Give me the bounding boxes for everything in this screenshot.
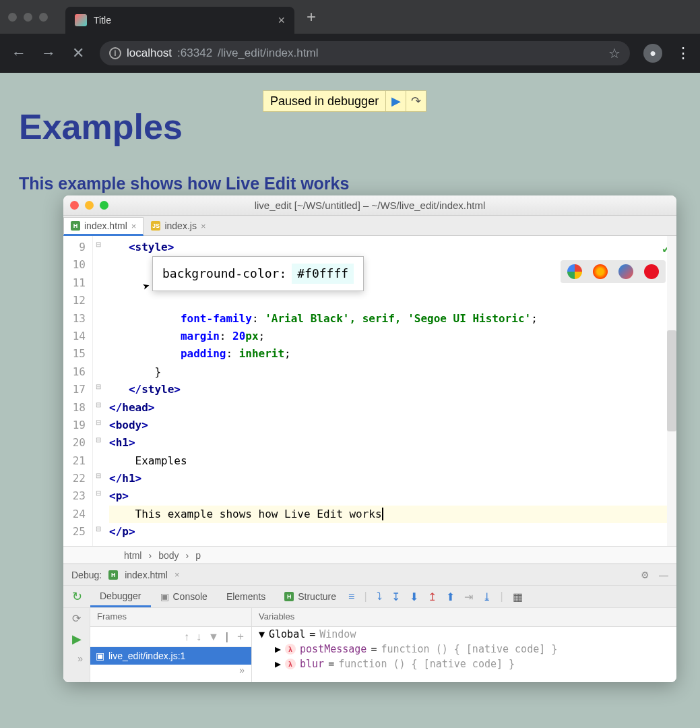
evaluate-icon[interactable]: ⤓ bbox=[482, 590, 491, 603]
variables-panel: Variables ▼ Global = Window ▶ λ postMess… bbox=[252, 608, 676, 682]
next-frame-icon[interactable]: ↓ bbox=[196, 631, 201, 643]
editor-scrollbar-thumb[interactable] bbox=[667, 330, 676, 431]
safari-icon[interactable] bbox=[618, 264, 633, 279]
drop-frame-icon[interactable]: ⬆ bbox=[446, 590, 455, 603]
tab-debugger[interactable]: Debugger bbox=[90, 586, 151, 607]
debug-tool-window-header: Debug: H index.html × ⚙ — bbox=[63, 564, 676, 585]
frame-file-icon: ▣ bbox=[96, 650, 104, 661]
restart-icon[interactable]: ⟳ bbox=[72, 612, 81, 625]
calculator-icon[interactable]: ▦ bbox=[513, 590, 523, 603]
open-in-browser-popup bbox=[561, 260, 666, 283]
frame-row[interactable]: ▣ live_edit/index.js:1 bbox=[90, 647, 251, 665]
url-host: localhost bbox=[127, 47, 172, 60]
stop-button[interactable]: ✕ bbox=[70, 44, 86, 62]
frames-panel: Frames ↑ ↓ ▼ | ＋ ▣ live_edit/index.js:1 … bbox=[90, 608, 252, 682]
run-to-cursor-icon[interactable]: ⇥ bbox=[464, 590, 473, 603]
debug-body: ⟳ ▶ » Frames ↑ ↓ ▼ | ＋ ▣ live_edit/index… bbox=[63, 608, 676, 682]
browser-menu-icon[interactable]: ⋮ bbox=[676, 44, 689, 62]
tooltip-label: background-color: bbox=[162, 265, 286, 282]
force-step-into-icon[interactable]: ⬇ bbox=[410, 590, 418, 603]
close-icon[interactable]: × bbox=[174, 570, 180, 580]
tab-structure[interactable]: HStructure bbox=[275, 586, 346, 607]
fold-gutter[interactable]: ⊟⊟⊟⊟⊟⊟⊟⊟ bbox=[93, 236, 104, 546]
debug-sidebar: ⟳ ▶ » bbox=[63, 608, 90, 682]
editor-area[interactable]: 9 10 11 12 13 14 15 16 17 18 19 20 21 22… bbox=[63, 236, 676, 546]
add-icon[interactable]: ＋ bbox=[235, 630, 246, 644]
editor-scrollbar-track[interactable] bbox=[667, 236, 676, 546]
variable-row[interactable]: ▶ λ postMessage = function () { [native … bbox=[252, 642, 676, 657]
site-info-icon[interactable]: i bbox=[109, 47, 121, 59]
window-max-dot[interactable] bbox=[39, 13, 48, 22]
step-out-icon[interactable]: ↥ bbox=[428, 590, 437, 603]
html-file-icon: H bbox=[284, 592, 294, 601]
back-button[interactable]: ← bbox=[11, 44, 27, 62]
bookmark-icon[interactable]: ☆ bbox=[608, 45, 621, 61]
ide-title: live_edit [~/WS/untitled] – ~/WS/live_ed… bbox=[63, 200, 676, 211]
step-icon[interactable]: ↷ bbox=[406, 91, 426, 111]
browser-tab[interactable]: Title × bbox=[65, 7, 294, 34]
js-file-icon: JS bbox=[151, 221, 160, 231]
editor-tab-index-html[interactable]: H index.html × bbox=[63, 217, 144, 236]
variables-header: Variables bbox=[252, 608, 676, 627]
step-into-icon[interactable]: ↧ bbox=[391, 590, 400, 603]
new-tab-button[interactable]: + bbox=[307, 7, 316, 26]
tab-favicon-icon bbox=[75, 14, 87, 26]
window-min-dot[interactable] bbox=[24, 13, 32, 22]
frames-toolbar: ↑ ↓ ▼ | ＋ bbox=[90, 627, 251, 647]
minimize-icon[interactable]: — bbox=[659, 570, 668, 580]
prev-frame-icon[interactable]: ↑ bbox=[184, 631, 189, 643]
chrome-icon[interactable] bbox=[567, 264, 582, 279]
rerun-icon[interactable]: ↻ bbox=[63, 589, 90, 604]
code-editor[interactable]: ✔ ➤ background-color: #f0ffff <style> re… bbox=[104, 236, 676, 546]
editor-tab-index-js[interactable]: JS index.js × bbox=[144, 216, 213, 235]
window-controls bbox=[8, 13, 48, 22]
lambda-icon: λ bbox=[285, 659, 296, 669]
breadcrumbs[interactable]: html › body › p bbox=[63, 546, 676, 564]
frames-header: Frames bbox=[90, 608, 251, 627]
lambda-icon: λ bbox=[285, 644, 296, 655]
page-heading: Examples bbox=[19, 107, 681, 147]
close-icon[interactable]: × bbox=[201, 221, 206, 231]
tab-console[interactable]: ▣Console bbox=[151, 586, 217, 607]
debugger-paused-overlay: Paused in debugger ▶ ↷ bbox=[263, 90, 426, 112]
filter-icon[interactable]: ▼ bbox=[208, 631, 219, 643]
debug-tabs: ↻ Debugger ▣Console Elements HStructure … bbox=[63, 585, 676, 608]
line-number-gutter: 9 10 11 12 13 14 15 16 17 18 19 20 21 22… bbox=[63, 236, 93, 546]
url-path: /live_edit/index.html bbox=[218, 47, 318, 60]
address-bar: ← → ✕ i localhost:63342/live_edit/index.… bbox=[0, 34, 700, 73]
firefox-icon[interactable] bbox=[593, 264, 608, 279]
ide-titlebar[interactable]: live_edit [~/WS/untitled] – ~/WS/live_ed… bbox=[63, 195, 676, 216]
close-icon[interactable]: × bbox=[131, 221, 137, 231]
url-port: :63342 bbox=[177, 47, 212, 60]
html-file-icon: H bbox=[71, 221, 80, 231]
editor-tab-label: index.js bbox=[164, 220, 196, 231]
tab-title: Title bbox=[94, 15, 111, 26]
editor-tabs: H index.html × JS index.js × bbox=[63, 216, 676, 236]
debug-config[interactable]: index.html bbox=[125, 570, 168, 580]
more-icon[interactable]: » bbox=[232, 665, 251, 675]
tab-close-icon[interactable]: × bbox=[278, 13, 285, 28]
resume-program-icon[interactable]: ▶ bbox=[72, 632, 82, 646]
tab-elements[interactable]: Elements bbox=[217, 586, 275, 607]
gear-icon[interactable]: ⚙ bbox=[641, 570, 649, 580]
resume-icon[interactable]: ▶ bbox=[385, 91, 406, 111]
opera-icon[interactable] bbox=[644, 264, 659, 279]
url-input[interactable]: i localhost:63342/live_edit/index.html ☆ bbox=[100, 41, 630, 65]
debug-label: Debug: bbox=[71, 570, 102, 580]
window-close-dot[interactable] bbox=[8, 13, 17, 22]
breadcrumb-item[interactable]: p bbox=[195, 550, 201, 561]
page-subheading: This example shows how Live Edit works bbox=[19, 174, 681, 193]
breadcrumb-item[interactable]: body bbox=[158, 550, 179, 561]
breadcrumb-item[interactable]: html bbox=[124, 550, 141, 561]
more-icon[interactable]: » bbox=[71, 653, 90, 664]
color-tooltip: background-color: #f0ffff bbox=[152, 256, 364, 291]
profile-avatar[interactable]: ● bbox=[643, 44, 662, 63]
step-over-icon[interactable]: ⤵ bbox=[377, 590, 382, 603]
forward-button[interactable]: → bbox=[40, 44, 57, 62]
variable-row[interactable]: ▼ Global = Window bbox=[252, 627, 676, 642]
editor-tab-label: index.html bbox=[84, 220, 127, 231]
variable-row[interactable]: ▶ λ blur = function () { [native code] } bbox=[252, 657, 676, 671]
threads-icon[interactable]: ≡ bbox=[348, 590, 354, 603]
html-file-icon: H bbox=[108, 570, 118, 580]
debugger-paused-label: Paused in debugger bbox=[263, 92, 385, 111]
